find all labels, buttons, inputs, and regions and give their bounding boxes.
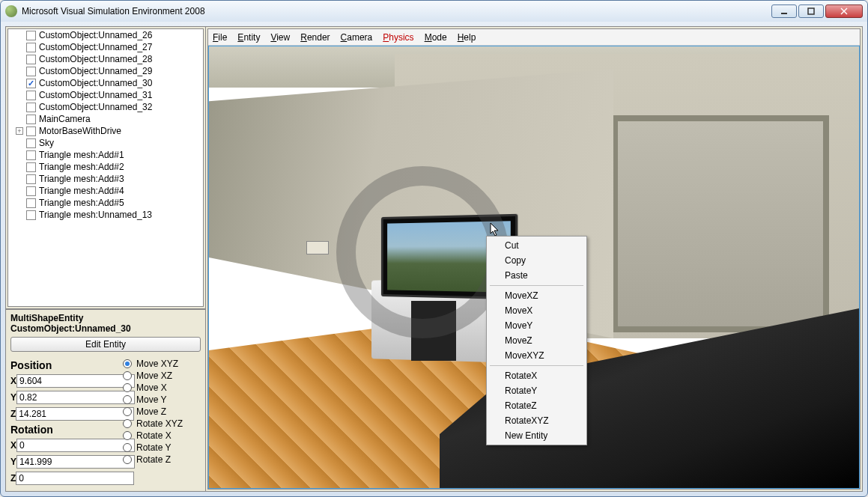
tree-item[interactable]: CustomObject:Unnamed_28 (8, 53, 203, 65)
tree-checkbox[interactable] (26, 79, 36, 88)
context-menu-item[interactable]: MoveXZ (488, 288, 585, 303)
radio-icon[interactable] (123, 443, 132, 452)
context-menu-item[interactable]: RotateZ (488, 398, 585, 413)
tree-item[interactable]: CustomObject:Unnamed_26 (8, 29, 203, 41)
menu-entity[interactable]: Entity (237, 32, 260, 43)
context-menu-item[interactable]: RotateX (488, 368, 585, 383)
pos-x-input[interactable] (16, 374, 135, 388)
move-mode-label: Rotate Y (136, 442, 171, 453)
context-menu-item[interactable]: RotateXYZ (488, 413, 585, 428)
tree-checkbox[interactable] (26, 91, 36, 100)
context-menu-item[interactable]: MoveZ (488, 333, 585, 348)
menu-view[interactable]: View (270, 32, 290, 43)
radio-icon[interactable] (123, 359, 132, 368)
move-mode-option[interactable]: Rotate Z (123, 454, 201, 466)
pos-y-input[interactable] (16, 391, 135, 404)
scene-light-switch (306, 241, 329, 254)
selection-gizmo[interactable] (336, 166, 509, 338)
move-mode-option[interactable]: Rotate XYZ (123, 418, 201, 430)
tree-item[interactable]: Triangle mesh:Add#5 (8, 197, 203, 209)
menu-render[interactable]: Render (300, 32, 330, 43)
tree-checkbox[interactable] (26, 115, 36, 124)
context-menu-item[interactable]: New Entity (488, 428, 585, 443)
tree-checkbox[interactable] (26, 138, 36, 148)
move-mode-option[interactable]: Rotate Y (123, 442, 201, 454)
right-panel: File Entity View Render Camera Physics M… (207, 28, 861, 490)
move-mode-option[interactable]: Move XZ (123, 370, 201, 382)
tree-item[interactable]: Triangle mesh:Unnamed_13 (8, 209, 203, 221)
tree-item[interactable]: CustomObject:Unnamed_31 (8, 89, 203, 101)
close-button[interactable] (825, 4, 863, 18)
entity-header: MultiShapeEntity CustomObject:Unnamed_30 (6, 308, 205, 335)
move-mode-option[interactable]: Rotate X (123, 430, 201, 442)
tree-checkbox[interactable] (26, 43, 36, 52)
menubar: File Entity View Render Camera Physics M… (208, 29, 860, 46)
position-title: Position (10, 359, 123, 371)
rot-z-input[interactable] (16, 472, 134, 485)
pos-z-input[interactable] (16, 407, 134, 421)
radio-icon[interactable] (123, 383, 132, 392)
tree-item[interactable]: Sky (8, 137, 203, 149)
context-menu-item[interactable]: Paste (488, 268, 585, 283)
tree-item-label: Triangle mesh:Add#2 (39, 162, 124, 172)
tree-item[interactable]: Triangle mesh:Add#3 (8, 173, 203, 185)
tree-item[interactable]: CustomObject:Unnamed_27 (8, 41, 203, 53)
tree-item[interactable]: CustomObject:Unnamed_30 (8, 77, 203, 89)
radio-icon[interactable] (123, 455, 132, 464)
rot-y-input[interactable] (16, 455, 135, 469)
tree-item[interactable]: +MotorBaseWithDrive (8, 125, 203, 137)
menu-camera[interactable]: Camera (341, 32, 373, 43)
tree-checkbox[interactable] (26, 67, 36, 76)
menu-help[interactable]: Help (458, 32, 476, 43)
tree-checkbox[interactable] (26, 55, 36, 64)
move-mode-option[interactable]: Move Y (123, 394, 201, 406)
tree-item[interactable]: Triangle mesh:Add#4 (8, 185, 203, 197)
tree-item-label: MotorBaseWithDrive (39, 126, 121, 136)
context-menu-item[interactable]: Cut (488, 238, 585, 253)
tree-checkbox[interactable] (26, 162, 36, 172)
radio-icon[interactable] (123, 431, 132, 440)
radio-icon[interactable] (123, 419, 132, 428)
radio-icon[interactable] (123, 395, 132, 404)
move-mode-option[interactable]: Move X (123, 382, 201, 394)
move-mode-label: Move XYZ (136, 359, 178, 369)
move-mode-option[interactable]: Move Z (123, 406, 201, 418)
edit-entity-button[interactable]: Edit Entity (10, 337, 201, 352)
menu-mode[interactable]: Mode (425, 32, 447, 43)
scene-door (612, 115, 829, 332)
tree-item[interactable]: CustomObject:Unnamed_32 (8, 101, 203, 113)
context-menu-item[interactable]: MoveXYZ (488, 348, 585, 363)
titlebar[interactable]: Microsoft Visual Simulation Environment … (1, 1, 867, 22)
context-menu-item[interactable]: MoveX (488, 303, 585, 318)
tree-checkbox[interactable] (26, 186, 36, 196)
tree-checkbox[interactable] (26, 31, 36, 40)
context-menu-separator (490, 285, 583, 286)
context-menu-separator (490, 365, 583, 366)
viewport-3d[interactable]: CutCopyPasteMoveXZMoveXMoveYMoveZMoveXYZ… (208, 46, 860, 489)
tree-checkbox[interactable] (26, 174, 36, 184)
context-menu-item[interactable]: RotateY (488, 383, 585, 398)
tree-checkbox[interactable] (26, 210, 36, 220)
rot-x-input[interactable] (16, 439, 135, 452)
move-mode-option[interactable]: Move XYZ (123, 358, 201, 370)
tree-item-label: Triangle mesh:Add#5 (39, 198, 124, 208)
tree-checkbox[interactable] (26, 126, 36, 136)
radio-icon[interactable] (123, 407, 132, 416)
menu-file[interactable]: File (213, 32, 227, 43)
tree-expander-icon[interactable]: + (16, 127, 23, 135)
radio-icon[interactable] (123, 371, 132, 380)
minimize-button[interactable] (771, 4, 797, 18)
entity-tree[interactable]: CustomObject:Unnamed_26CustomObject:Unna… (7, 28, 204, 307)
context-menu-item[interactable]: Copy (488, 253, 585, 268)
maximize-button[interactable] (798, 4, 824, 18)
tree-item[interactable]: Triangle mesh:Add#2 (8, 161, 203, 173)
menu-physics[interactable]: Physics (383, 32, 413, 43)
tree-checkbox[interactable] (26, 198, 36, 208)
context-menu-item[interactable]: MoveY (488, 318, 585, 333)
move-mode-label: Move X (136, 382, 167, 393)
tree-checkbox[interactable] (26, 103, 36, 112)
tree-item[interactable]: Triangle mesh:Add#1 (8, 149, 203, 161)
tree-item[interactable]: MainCamera (8, 113, 203, 125)
tree-item[interactable]: CustomObject:Unnamed_29 (8, 65, 203, 77)
tree-checkbox[interactable] (26, 150, 36, 160)
